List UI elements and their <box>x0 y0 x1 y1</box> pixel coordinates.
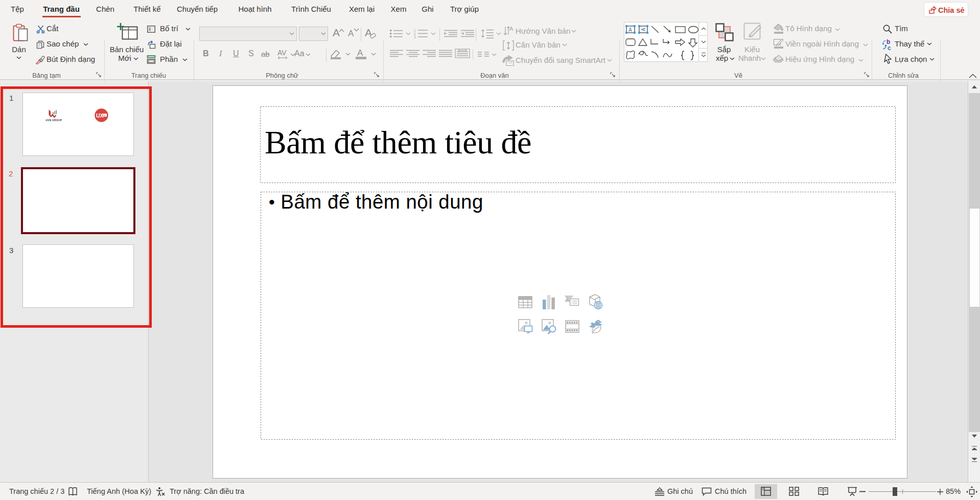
svg-text:c: c <box>888 44 891 51</box>
svg-text:A: A <box>509 26 514 32</box>
svg-text:A: A <box>628 27 632 33</box>
svg-text:A: A <box>641 28 646 31</box>
svg-text:3: 3 <box>414 35 416 38</box>
